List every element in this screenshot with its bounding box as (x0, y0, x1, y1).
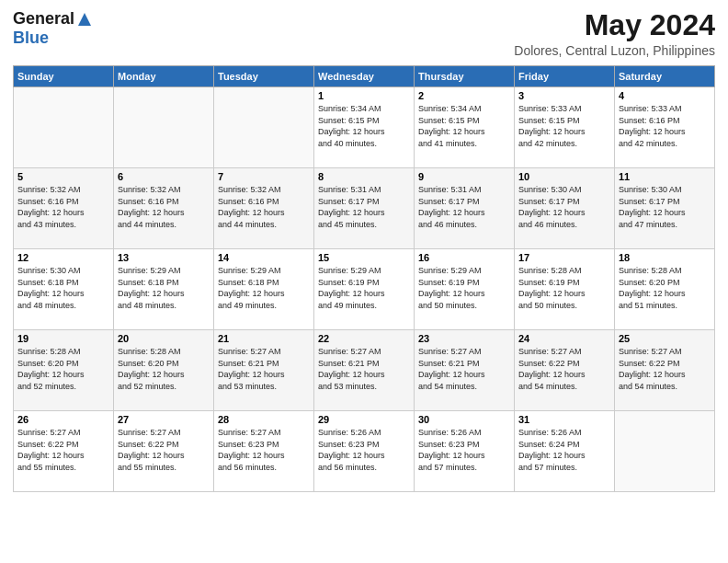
day-info: Sunrise: 5:27 AM Sunset: 6:23 PM Dayligh… (218, 427, 310, 473)
table-row: 21Sunrise: 5:27 AM Sunset: 6:21 PM Dayli… (214, 330, 314, 411)
logo: General Blue (13, 9, 93, 48)
calendar-week-row: 5Sunrise: 5:32 AM Sunset: 6:16 PM Daylig… (14, 168, 715, 249)
calendar-week-row: 26Sunrise: 5:27 AM Sunset: 6:22 PM Dayli… (14, 411, 715, 492)
day-info: Sunrise: 5:29 AM Sunset: 6:19 PM Dayligh… (318, 265, 410, 311)
day-number: 18 (619, 252, 711, 263)
day-info: Sunrise: 5:34 AM Sunset: 6:15 PM Dayligh… (318, 103, 410, 149)
day-number: 31 (518, 414, 610, 425)
day-number: 11 (619, 171, 711, 182)
table-row: 10Sunrise: 5:30 AM Sunset: 6:17 PM Dayli… (515, 168, 615, 249)
col-monday: Monday (114, 66, 214, 87)
day-number: 7 (218, 171, 310, 182)
table-row: 31Sunrise: 5:26 AM Sunset: 6:24 PM Dayli… (515, 411, 615, 492)
day-info: Sunrise: 5:27 AM Sunset: 6:21 PM Dayligh… (318, 346, 410, 392)
table-row: 18Sunrise: 5:28 AM Sunset: 6:20 PM Dayli… (615, 249, 715, 330)
day-number: 14 (218, 252, 310, 263)
day-number: 29 (318, 414, 410, 425)
table-row: 15Sunrise: 5:29 AM Sunset: 6:19 PM Dayli… (314, 249, 415, 330)
calendar-week-row: 19Sunrise: 5:28 AM Sunset: 6:20 PM Dayli… (14, 330, 715, 411)
month-title: May 2024 (514, 9, 715, 41)
table-row: 2Sunrise: 5:34 AM Sunset: 6:15 PM Daylig… (415, 87, 515, 168)
day-info: Sunrise: 5:30 AM Sunset: 6:17 PM Dayligh… (619, 184, 711, 230)
table-row: 24Sunrise: 5:27 AM Sunset: 6:22 PM Dayli… (515, 330, 615, 411)
day-info: Sunrise: 5:30 AM Sunset: 6:17 PM Dayligh… (518, 184, 610, 230)
day-info: Sunrise: 5:27 AM Sunset: 6:21 PM Dayligh… (218, 346, 310, 392)
location-title: Dolores, Central Luzon, Philippines (514, 43, 715, 58)
table-row (615, 411, 715, 492)
day-info: Sunrise: 5:29 AM Sunset: 6:18 PM Dayligh… (118, 265, 210, 311)
day-number: 20 (118, 333, 210, 344)
day-number: 28 (218, 414, 310, 425)
calendar-table: Sunday Monday Tuesday Wednesday Thursday… (13, 65, 715, 492)
col-wednesday: Wednesday (314, 66, 415, 87)
day-number: 6 (118, 171, 210, 182)
day-info: Sunrise: 5:27 AM Sunset: 6:22 PM Dayligh… (619, 346, 711, 392)
day-number: 3 (518, 90, 610, 101)
day-info: Sunrise: 5:27 AM Sunset: 6:21 PM Dayligh… (418, 346, 510, 392)
day-number: 4 (619, 90, 711, 101)
day-number: 26 (17, 414, 109, 425)
day-info: Sunrise: 5:32 AM Sunset: 6:16 PM Dayligh… (218, 184, 310, 230)
table-row: 7Sunrise: 5:32 AM Sunset: 6:16 PM Daylig… (214, 168, 314, 249)
day-number: 12 (17, 252, 109, 263)
title-area: May 2024 Dolores, Central Luzon, Philipp… (514, 9, 715, 58)
col-friday: Friday (515, 66, 615, 87)
day-info: Sunrise: 5:27 AM Sunset: 6:22 PM Dayligh… (118, 427, 210, 473)
day-number: 24 (518, 333, 610, 344)
day-number: 27 (118, 414, 210, 425)
table-row: 23Sunrise: 5:27 AM Sunset: 6:21 PM Dayli… (415, 330, 515, 411)
day-number: 5 (17, 171, 109, 182)
calendar-week-row: 1Sunrise: 5:34 AM Sunset: 6:15 PM Daylig… (14, 87, 715, 168)
day-number: 21 (218, 333, 310, 344)
day-info: Sunrise: 5:32 AM Sunset: 6:16 PM Dayligh… (118, 184, 210, 230)
table-row (114, 87, 214, 168)
svg-marker-0 (78, 13, 91, 26)
day-info: Sunrise: 5:28 AM Sunset: 6:20 PM Dayligh… (118, 346, 210, 392)
col-saturday: Saturday (615, 66, 715, 87)
table-row: 22Sunrise: 5:27 AM Sunset: 6:21 PM Dayli… (314, 330, 415, 411)
day-info: Sunrise: 5:31 AM Sunset: 6:17 PM Dayligh… (418, 184, 510, 230)
table-row: 6Sunrise: 5:32 AM Sunset: 6:16 PM Daylig… (114, 168, 214, 249)
day-info: Sunrise: 5:26 AM Sunset: 6:23 PM Dayligh… (418, 427, 510, 473)
day-info: Sunrise: 5:28 AM Sunset: 6:20 PM Dayligh… (619, 265, 711, 311)
table-row: 8Sunrise: 5:31 AM Sunset: 6:17 PM Daylig… (314, 168, 415, 249)
day-number: 9 (418, 171, 510, 182)
table-row: 12Sunrise: 5:30 AM Sunset: 6:18 PM Dayli… (14, 249, 114, 330)
table-row: 4Sunrise: 5:33 AM Sunset: 6:16 PM Daylig… (615, 87, 715, 168)
table-row: 29Sunrise: 5:26 AM Sunset: 6:23 PM Dayli… (314, 411, 415, 492)
day-info: Sunrise: 5:34 AM Sunset: 6:15 PM Dayligh… (418, 103, 510, 149)
table-row: 20Sunrise: 5:28 AM Sunset: 6:20 PM Dayli… (114, 330, 214, 411)
table-row: 25Sunrise: 5:27 AM Sunset: 6:22 PM Dayli… (615, 330, 715, 411)
table-row (214, 87, 314, 168)
logo-icon (76, 11, 93, 28)
day-info: Sunrise: 5:28 AM Sunset: 6:19 PM Dayligh… (518, 265, 610, 311)
calendar-week-row: 12Sunrise: 5:30 AM Sunset: 6:18 PM Dayli… (14, 249, 715, 330)
day-info: Sunrise: 5:29 AM Sunset: 6:18 PM Dayligh… (218, 265, 310, 311)
table-row: 27Sunrise: 5:27 AM Sunset: 6:22 PM Dayli… (114, 411, 214, 492)
day-number: 16 (418, 252, 510, 263)
day-info: Sunrise: 5:33 AM Sunset: 6:16 PM Dayligh… (619, 103, 711, 149)
day-number: 30 (418, 414, 510, 425)
day-number: 25 (619, 333, 711, 344)
table-row: 3Sunrise: 5:33 AM Sunset: 6:15 PM Daylig… (515, 87, 615, 168)
table-row: 14Sunrise: 5:29 AM Sunset: 6:18 PM Dayli… (214, 249, 314, 330)
day-number: 13 (118, 252, 210, 263)
header: General Blue May 2024 Dolores, Central L… (13, 9, 715, 58)
table-row: 16Sunrise: 5:29 AM Sunset: 6:19 PM Dayli… (415, 249, 515, 330)
day-info: Sunrise: 5:28 AM Sunset: 6:20 PM Dayligh… (17, 346, 109, 392)
logo-blue-text: Blue (13, 29, 49, 47)
day-number: 8 (318, 171, 410, 182)
day-number: 19 (17, 333, 109, 344)
day-number: 10 (518, 171, 610, 182)
table-row: 17Sunrise: 5:28 AM Sunset: 6:19 PM Dayli… (515, 249, 615, 330)
day-number: 17 (518, 252, 610, 263)
table-row (14, 87, 114, 168)
table-row: 26Sunrise: 5:27 AM Sunset: 6:22 PM Dayli… (14, 411, 114, 492)
day-number: 23 (418, 333, 510, 344)
day-info: Sunrise: 5:29 AM Sunset: 6:19 PM Dayligh… (418, 265, 510, 311)
col-sunday: Sunday (14, 66, 114, 87)
main-container: General Blue May 2024 Dolores, Central L… (0, 0, 728, 500)
col-tuesday: Tuesday (214, 66, 314, 87)
day-number: 22 (318, 333, 410, 344)
table-row: 9Sunrise: 5:31 AM Sunset: 6:17 PM Daylig… (415, 168, 515, 249)
